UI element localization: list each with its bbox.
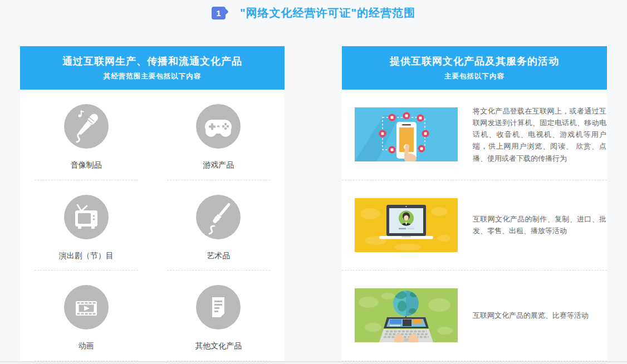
left-card-subtitle: 其经营范围主要包括以下内容 — [20, 72, 285, 81]
product-grid: 音像制品 游戏产品 — [20, 90, 285, 361]
page-title: "网络文化经营许可证"的经营范围 — [240, 6, 415, 21]
left-card-header: 通过互联网生产、传播和流通文化产品 其经营范围主要包括以下内容 — [20, 46, 285, 90]
grid-item-other-products: 其他文化产品 — [153, 270, 285, 361]
card-cultural-products: 通过互联网生产、传播和流通文化产品 其经营范围主要包括以下内容 — [20, 46, 285, 361]
grid-item-animation: 动画 — [20, 270, 153, 361]
phone-sharing-illustration — [355, 107, 458, 161]
grid-item-artworks: 艺术品 — [153, 180, 285, 271]
gamepad-icon — [196, 104, 241, 149]
service-row-exhibition: 互联网文化产品的展览、比赛等活动 — [342, 270, 607, 361]
left-card-title: 通过互联网生产、传播和流通文化产品 — [20, 55, 285, 68]
grid-item-label: 艺术品 — [207, 251, 230, 261]
tv-icon — [64, 195, 109, 239]
document-icon — [196, 285, 241, 329]
paintbrush-icon — [196, 195, 241, 239]
grid-item-label: 音像制品 — [71, 160, 102, 170]
service-row-text: 互联网文化产品的制作、复制、进口、批发、零售、出租、播放等活动 — [473, 213, 606, 237]
service-row-distribution: 将文化产品登载在互联网上，或者通过互联网发送到计算机、固定电话机、移动电话机、收… — [342, 90, 607, 180]
right-card-title: 提供互联网文化产品及其服务的活动 — [342, 55, 607, 68]
right-card-header: 提供互联网文化产品及其服务的活动 主要包括以下内容 — [342, 46, 607, 90]
grid-item-label: 游戏产品 — [203, 160, 234, 170]
service-row-text: 互联网文化产品的展览、比赛等活动 — [473, 309, 606, 321]
grid-item-performances: 演出剧（节）目 — [20, 180, 153, 271]
bottom-divider — [0, 361, 627, 364]
section-number-badge: 1 — [212, 7, 226, 19]
microphone-icon — [64, 104, 109, 149]
globe-laptop-illustration — [355, 288, 458, 342]
grid-item-label: 其他文化产品 — [195, 341, 242, 351]
grid-item-audio-video: 音像制品 — [20, 90, 153, 180]
service-row-production: 互联网文化产品的制作、复制、进口、批发、零售、出租、播放等活动 — [342, 180, 607, 271]
service-row-text: 将文化产品登载在互联网上，或者通过互联网发送到计算机、固定电话机、移动电话机、收… — [473, 105, 606, 164]
right-card-subtitle: 主要包括以下内容 — [342, 72, 607, 81]
laptop-avatar-illustration — [355, 198, 458, 252]
section-heading: 1 "网络文化经营许可证"的经营范围 — [0, 4, 627, 21]
card-service-activities: 提供互联网文化产品及其服务的活动 主要包括以下内容 — [342, 46, 607, 361]
grid-item-label: 动画 — [79, 341, 94, 351]
film-play-icon — [64, 285, 109, 329]
grid-item-games: 游戏产品 — [153, 90, 285, 180]
grid-item-label: 演出剧（节）目 — [59, 251, 114, 261]
